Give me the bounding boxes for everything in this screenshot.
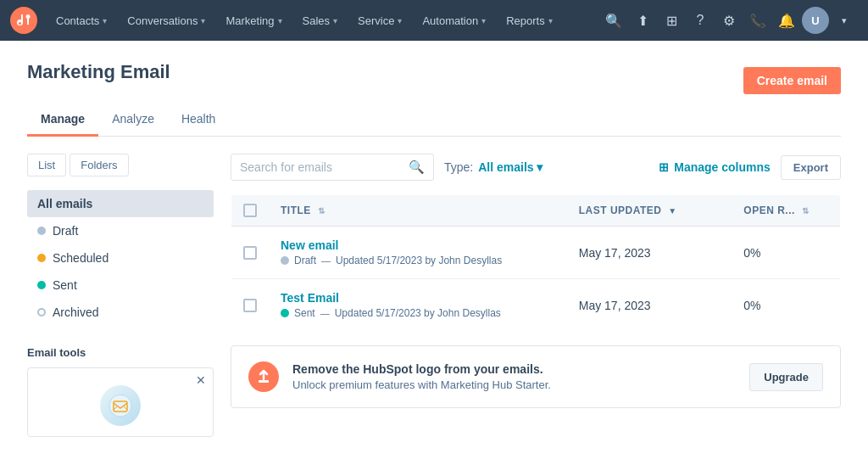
email-tools-icon [100, 385, 141, 426]
calls-icon-button[interactable]: 📞 [744, 7, 771, 34]
email-table: TITLE ⇅ LAST UPDATED ▼ OPEN R... ⇅ [231, 194, 841, 332]
email-tools-section: Email tools ✕ [27, 346, 214, 437]
account-chevron-icon[interactable]: ▾ [831, 7, 858, 34]
svg-rect-5 [259, 380, 269, 383]
hubspot-logo[interactable] [10, 7, 37, 34]
tab-analyze[interactable]: Analyze [98, 104, 168, 137]
nav-service[interactable]: Service ▾ [349, 9, 410, 32]
row1-last-updated: May 17, 2023 [567, 227, 732, 279]
row1-title-cell: New email Draft — Updated 5/17/2023 by J… [269, 227, 567, 279]
chevron-down-icon: ▾ [481, 16, 486, 25]
upgrade-banner: Remove the HubSpot logo from your emails… [231, 345, 841, 408]
search-box: 🔍 [231, 154, 434, 181]
notifications-icon-button[interactable]: 🔔 [773, 7, 800, 34]
chevron-down-icon: ▾ [278, 16, 282, 25]
search-input[interactable] [240, 160, 402, 174]
nav-sales[interactable]: Sales ▾ [294, 9, 347, 32]
table-row: New email Draft — Updated 5/17/2023 by J… [231, 227, 841, 279]
page-header-row: Marketing Email Create email [27, 61, 841, 100]
sidebar-label-all-emails: All emails [37, 197, 92, 210]
row2-email-link[interactable]: Test Email [281, 291, 555, 305]
main-content: Marketing Email Create email Manage Anal… [0, 41, 868, 465]
chevron-down-icon: ▾ [201, 16, 205, 25]
draft-status-dot [37, 227, 46, 235]
table-header-row: TITLE ⇅ LAST UPDATED ▼ OPEN R... ⇅ [231, 195, 841, 227]
nav-reports[interactable]: Reports ▾ [498, 9, 561, 32]
nav-contacts[interactable]: Contacts ▾ [47, 9, 115, 32]
tab-manage[interactable]: Manage [27, 104, 98, 137]
type-filter: Type: All emails ▾ [444, 160, 542, 174]
upgrade-icon [248, 361, 279, 392]
row1-status-label: Draft [294, 255, 316, 266]
row1-open-rate: 0% [732, 227, 840, 279]
email-tools-close-button[interactable]: ✕ [196, 373, 206, 387]
search-icon-button[interactable]: 🔍 [600, 7, 627, 34]
grid-icon-button[interactable]: ⊞ [658, 7, 685, 34]
row2-last-updated: May 17, 2023 [567, 279, 732, 332]
row1-email-meta: Draft — Updated 5/17/2023 by John Desyll… [281, 255, 555, 266]
svg-point-1 [26, 14, 31, 19]
nav-automation[interactable]: Automation ▾ [414, 9, 494, 32]
row2-meta-text: Updated 5/17/2023 by John Desyllas [335, 307, 501, 319]
select-all-checkbox[interactable] [243, 204, 257, 217]
export-button[interactable]: Export [781, 155, 841, 180]
tab-health[interactable]: Health [168, 104, 229, 137]
sidebar-label-draft: Draft [53, 224, 78, 238]
header-checkbox-cell [231, 195, 270, 227]
header-title[interactable]: TITLE ⇅ [269, 195, 567, 227]
nav-marketing[interactable]: Marketing ▾ [217, 9, 290, 32]
sent-status-dot [37, 281, 46, 289]
sidebar-label-sent: Sent [53, 278, 77, 292]
last-updated-sort-icon: ▼ [668, 206, 676, 216]
sidebar-folders-toggle[interactable]: Folders [70, 154, 128, 176]
body-layout: List Folders All emails Draft Scheduled … [27, 154, 841, 437]
topnav-icon-group: 🔍 ⬆ ⊞ ? ⚙ 📞 🔔 U ▾ [600, 7, 858, 34]
row1-email-link[interactable]: New email [281, 238, 555, 252]
email-tools-card: ✕ [27, 367, 214, 437]
upgrade-title: Remove the HubSpot logo from your emails… [292, 362, 736, 376]
upgrade-text: Remove the HubSpot logo from your emails… [292, 362, 736, 391]
chevron-down-icon: ▾ [333, 16, 337, 25]
row2-status-label: Sent [294, 307, 315, 319]
header-last-updated[interactable]: LAST UPDATED ▼ [567, 195, 732, 227]
nav-conversations[interactable]: Conversations ▾ [119, 9, 214, 32]
columns-icon: ⊞ [659, 160, 669, 174]
top-navigation: Contacts ▾ Conversations ▾ Marketing ▾ S… [0, 0, 868, 41]
upgrade-icon-button[interactable]: ⬆ [629, 7, 656, 34]
chevron-down-icon: ▾ [548, 16, 553, 25]
svg-point-3 [109, 395, 131, 417]
row2-checkbox[interactable] [243, 299, 257, 312]
chevron-down-icon: ▾ [103, 16, 107, 25]
sidebar-toggle-row: List Folders [27, 154, 214, 176]
type-filter-value[interactable]: All emails ▾ [478, 160, 542, 174]
upgrade-button[interactable]: Upgrade [749, 363, 823, 391]
email-toolbar: 🔍 Type: All emails ▾ ⊞ Manage columns Ex… [231, 154, 841, 181]
archived-status-dot [37, 308, 46, 317]
row2-checkbox-cell [231, 279, 270, 332]
row2-email-meta: Sent — Updated 5/17/2023 by John Desylla… [281, 307, 555, 319]
sidebar-item-sent[interactable]: Sent [27, 272, 214, 299]
manage-columns-button[interactable]: ⊞ Manage columns [659, 160, 771, 174]
row1-checkbox[interactable] [243, 246, 257, 260]
create-email-button[interactable]: Create email [743, 67, 841, 94]
sidebar-item-scheduled[interactable]: Scheduled [27, 244, 214, 272]
help-icon-button[interactable]: ? [687, 7, 714, 34]
email-main: 🔍 Type: All emails ▾ ⊞ Manage columns Ex… [231, 154, 841, 437]
row1-meta-text: Updated 5/17/2023 by John Desyllas [336, 255, 502, 266]
svg-point-0 [10, 7, 37, 34]
sidebar: List Folders All emails Draft Scheduled … [27, 154, 214, 437]
chevron-down-icon: ▾ [537, 160, 542, 174]
row2-open-rate: 0% [732, 279, 840, 332]
sidebar-item-draft[interactable]: Draft [27, 217, 214, 244]
scheduled-status-dot [37, 254, 46, 262]
sidebar-item-archived[interactable]: Archived [27, 299, 214, 326]
sidebar-item-all-emails[interactable]: All emails [27, 190, 214, 217]
sidebar-label-scheduled: Scheduled [53, 251, 108, 265]
table-row: Test Email Sent — Updated 5/17/2023 by J… [231, 279, 841, 332]
search-icon: 🔍 [409, 160, 425, 175]
avatar[interactable]: U [802, 7, 829, 34]
settings-icon-button[interactable]: ⚙ [715, 7, 743, 34]
header-open-rate[interactable]: OPEN R... ⇅ [732, 195, 840, 227]
sidebar-label-archived: Archived [53, 305, 98, 319]
sidebar-list-toggle[interactable]: List [27, 154, 66, 176]
